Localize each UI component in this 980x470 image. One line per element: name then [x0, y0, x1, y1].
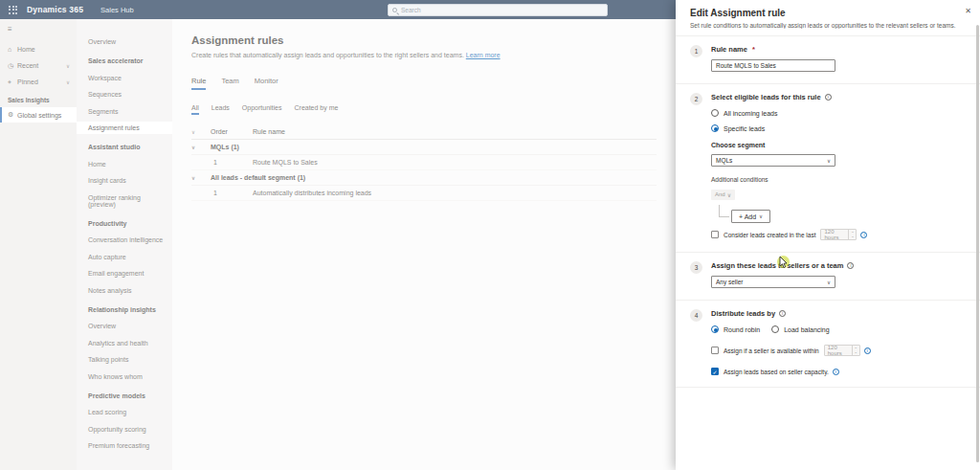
group-row-mqls[interactable]: ∨ MQLs (1)	[191, 140, 657, 155]
info-icon[interactable]: i	[864, 347, 871, 354]
sidenav-item-home[interactable]: Home	[77, 158, 172, 170]
sidenav-item-analytics-and-health[interactable]: Analytics and health	[77, 337, 172, 349]
info-icon[interactable]: i	[825, 94, 832, 101]
info-icon[interactable]: i	[779, 310, 786, 317]
tab-rule[interactable]: Rule	[191, 77, 206, 90]
learn-more-link[interactable]: Learn more	[466, 52, 501, 58]
hours-value: 120 hours	[825, 346, 852, 355]
product-title[interactable]: Dynamics 365	[27, 5, 83, 14]
sidenav-item-overview-2[interactable]: Overview	[77, 320, 172, 332]
assign-leads-label-text: Assign these leads to sellers or a team	[711, 261, 843, 270]
segment-dropdown[interactable]: MQLs ∨	[711, 154, 835, 167]
rail-item-label: Pinned	[17, 78, 38, 85]
chevron-down-icon[interactable]: ∨	[191, 175, 211, 181]
stepper-down-icon[interactable]: ⌄	[855, 350, 858, 354]
eligible-leads-label: Select eligible leads for this rule i	[711, 93, 967, 101]
radio-icon[interactable]	[711, 109, 719, 117]
group-label: All leads - default segment (1)	[211, 174, 657, 181]
sidenav-item-auto-capture[interactable]: Auto capture	[77, 251, 172, 263]
rail-item-recent[interactable]: ◷ Recent ∨	[0, 57, 77, 74]
filter-bar: All Leads Opportunities Created by me	[191, 104, 657, 115]
distribute-leads-label: Distribute leads by i	[711, 309, 967, 318]
chevron-down-icon[interactable]: ∨	[191, 129, 211, 135]
info-icon[interactable]: i	[847, 262, 854, 269]
radio-selected-icon[interactable]	[711, 325, 719, 333]
sidenav-item-talking-points[interactable]: Talking points	[77, 353, 172, 366]
radio-load-balancing[interactable]: Load balancing	[771, 325, 830, 333]
condition-operator-dropdown[interactable]: And ∨	[711, 190, 735, 200]
app-launcher-icon[interactable]	[9, 6, 17, 14]
radio-icon[interactable]	[771, 325, 779, 333]
table-header-row: ∨ Order Rule name	[191, 124, 657, 140]
checkbox-checked-icon[interactable]: ✓	[711, 368, 719, 375]
radio-specific-leads[interactable]: Specific leads	[711, 124, 967, 132]
tab-monitor[interactable]: Monitor	[255, 77, 278, 90]
chevron-down-icon: ∨	[827, 158, 831, 164]
sidenav-item-who-knows-whom[interactable]: Who knows whom	[77, 370, 172, 383]
column-header-order[interactable]: Order	[211, 128, 253, 135]
sitemap-toggle-icon[interactable]: ≡	[0, 19, 77, 41]
sidenav-item-premium-forecasting[interactable]: Premium forecasting	[77, 439, 172, 452]
settings-icon: ⚙	[8, 111, 17, 119]
filter-opportunities[interactable]: Opportunities	[242, 104, 282, 115]
radio-all-incoming-leads[interactable]: All incoming leads	[711, 109, 967, 117]
cell-rule-name[interactable]: Route MQLS to Sales	[253, 159, 657, 166]
close-icon[interactable]: ✕	[965, 7, 971, 15]
table-row[interactable]: 1 Route MQLS to Sales	[191, 155, 657, 170]
sidenav-item-sequences[interactable]: Sequences	[77, 88, 172, 101]
filter-created-by-me[interactable]: Created by me	[295, 104, 339, 115]
group-label: MQLs (1)	[211, 144, 657, 150]
info-icon[interactable]: i	[860, 232, 867, 238]
chevron-down-icon[interactable]: ∨	[66, 63, 70, 69]
cell-order: 1	[211, 159, 253, 166]
choose-segment-label: Choose segment	[711, 142, 967, 148]
group-row-all-leads[interactable]: ∨ All leads - default segment (1)	[191, 170, 657, 186]
chevron-down-icon[interactable]: ∨	[191, 145, 211, 150]
radio-round-robin[interactable]: Round robin	[711, 325, 760, 333]
checkbox-unchecked-icon[interactable]	[711, 347, 719, 354]
cell-rule-name[interactable]: Automatically distributes incoming leads	[253, 190, 657, 196]
sidenav-item-optimizer-ranking[interactable]: Optimizer ranking (preview)	[77, 191, 172, 211]
sidenav-item-email-engagement[interactable]: Email engagement	[77, 267, 172, 280]
add-condition-button[interactable]: + Add ∨	[731, 210, 770, 223]
rule-name-label: Rule name *	[711, 45, 967, 54]
app-area-title[interactable]: Sales Hub	[100, 6, 134, 14]
assign-to-dropdown[interactable]: Any seller ∨	[711, 276, 835, 288]
tab-team[interactable]: Team	[221, 77, 238, 90]
sidenav-item-opportunity-scoring[interactable]: Opportunity scoring	[77, 423, 172, 436]
sidenav-item-lead-scoring[interactable]: Lead scoring	[77, 406, 172, 418]
sidenav-item-insight-cards[interactable]: Insight cards	[77, 174, 172, 187]
number-stepper[interactable]: ⌃ ⌄	[852, 346, 859, 355]
sidenav-item-assignment-rules[interactable]: Assignment rules	[77, 122, 172, 134]
filter-leads[interactable]: Leads	[212, 104, 230, 115]
sidenav-item-overview[interactable]: Overview	[77, 35, 172, 48]
stepper-down-icon[interactable]: ⌄	[851, 235, 854, 238]
rail-item-home[interactable]: ⌂ Home	[0, 41, 77, 57]
checkbox-unchecked-icon[interactable]	[711, 231, 719, 238]
rule-name-input[interactable]	[711, 59, 835, 72]
sidenav-item-conversation-intelligence[interactable]: Conversation intelligence	[77, 234, 172, 246]
sidenav-item-segments[interactable]: Segments	[77, 105, 172, 118]
info-icon[interactable]: i	[833, 369, 839, 375]
filter-all[interactable]: All	[191, 104, 199, 115]
search-input[interactable]	[401, 7, 603, 13]
sidenav-header-assistant-studio: Assistant studio	[77, 141, 172, 153]
rail-item-pinned[interactable]: ⌖ Pinned ∨	[0, 74, 77, 90]
sidenav-item-notes-analysis[interactable]: Notes analysis	[77, 284, 172, 297]
global-search-box[interactable]	[388, 4, 608, 16]
left-rail-nav: ≡ ⌂ Home ◷ Recent ∨ ⌖ Pinned ∨ Sales Ins…	[0, 19, 77, 470]
column-header-rule-name[interactable]: Rule name	[253, 128, 657, 135]
step-number-badge: 2	[690, 93, 702, 105]
chevron-down-icon: ∨	[827, 280, 831, 285]
chevron-down-icon: ∨	[727, 191, 731, 198]
sidenav-item-workspace[interactable]: Workspace	[77, 72, 172, 84]
number-stepper[interactable]: ⌃ ⌄	[848, 230, 856, 239]
radio-selected-icon[interactable]	[711, 124, 719, 132]
chevron-down-icon[interactable]: ∨	[66, 79, 70, 85]
add-button-label: + Add	[739, 213, 756, 220]
table-row[interactable]: 1 Automatically distributes incoming lea…	[191, 186, 657, 201]
radio-label: All incoming leads	[724, 110, 777, 117]
rail-item-global-settings[interactable]: ⚙ Global settings	[0, 107, 77, 123]
step-number-badge: 1	[690, 45, 702, 57]
panel-scrollbar[interactable]	[976, 25, 979, 462]
